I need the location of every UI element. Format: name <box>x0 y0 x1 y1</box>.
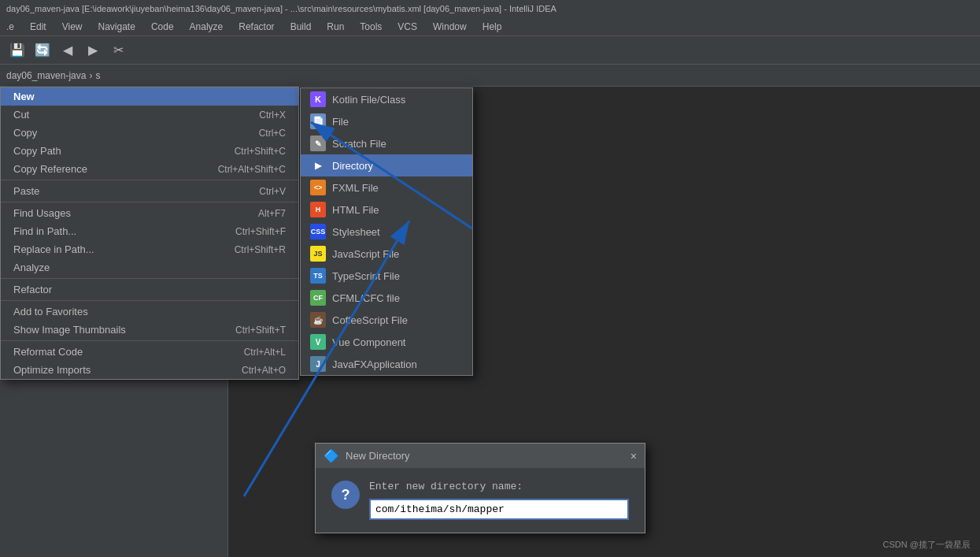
directory-name-input[interactable] <box>369 499 629 520</box>
breadcrumb-project[interactable]: day06_maven-java <box>6 70 86 81</box>
context-menu-find-path[interactable]: Find in Path... Ctrl+Shift+F <box>1 222 298 240</box>
vue-icon: V <box>310 334 326 350</box>
submenu-java[interactable]: J JavaFXApplication <box>301 353 472 375</box>
context-menu-add-favorites[interactable]: Add to Favorites <box>1 303 298 321</box>
context-menu: New Cut Ctrl+X Copy Ctrl+C Copy Path Ctr… <box>0 87 299 380</box>
cut-label: Cut <box>13 109 227 121</box>
submenu-kotlin[interactable]: K Kotlin File/Class <box>301 88 472 110</box>
coffee-icon: ☕ <box>310 312 326 328</box>
menu-item-run[interactable]: Run <box>324 20 347 34</box>
context-menu-optimize-imports[interactable]: Optimize Imports Ctrl+Alt+O <box>1 361 298 379</box>
copy-path-shortcut: Ctrl+Shift+C <box>235 146 286 157</box>
save-button[interactable]: 💾 <box>6 39 28 61</box>
context-menu-refactor[interactable]: Refactor <box>1 280 298 299</box>
submenu-scratch[interactable]: ✎ Scratch File <box>301 132 472 154</box>
copy-shortcut: Ctrl+C <box>259 128 286 139</box>
submenu-vue[interactable]: V Vue Component <box>301 331 472 353</box>
dialog-close-button[interactable]: × <box>631 450 637 462</box>
title-bar: day06_maven-java [E:\ideawork\jiuyeban\h… <box>0 0 980 17</box>
submenu-cf[interactable]: CF CFML/CFC file <box>301 287 472 309</box>
watermark-text: CSDN @揽了一袋星辰 <box>883 540 971 549</box>
ts-icon: TS <box>310 268 326 284</box>
image-thumbnails-shortcut: Ctrl+Shift+T <box>235 325 286 336</box>
menu-item-code[interactable]: Code <box>148 20 177 34</box>
ts-label: TypeScript File <box>332 270 400 282</box>
submenu-coffee[interactable]: ☕ CoffeeScript File <box>301 309 472 331</box>
dialog-prompt-label: Enter new directory name: <box>369 481 629 492</box>
copy-ref-shortcut: Ctrl+Alt+Shift+C <box>218 164 286 175</box>
submenu-html[interactable]: H HTML File <box>301 199 472 221</box>
fxml-icon: <> <box>310 180 326 195</box>
context-menu-replace-path[interactable]: Replace in Path... Ctrl+Shift+R <box>1 240 298 258</box>
cf-label: CFML/CFC file <box>332 292 400 304</box>
menu-item-navigate[interactable]: Navigate <box>95 20 139 34</box>
context-menu-analyze[interactable]: Analyze <box>1 258 298 277</box>
find-usages-shortcut: Alt+F7 <box>258 208 286 219</box>
submenu-css[interactable]: CSS Stylesheet <box>301 221 472 243</box>
separator-5 <box>1 340 298 341</box>
context-menu-copy-reference[interactable]: Copy Reference Ctrl+Alt+Shift+C <box>1 160 298 178</box>
cf-icon: CF <box>310 290 326 306</box>
dialog-icon: 🔷 <box>324 448 339 463</box>
context-menu-copy-path[interactable]: Copy Path Ctrl+Shift+C <box>1 142 298 160</box>
context-menu-find-usages[interactable]: Find Usages Alt+F7 <box>1 204 298 222</box>
image-thumbnails-label: Show Image Thumbnails <box>13 324 204 336</box>
menu-item-refactor[interactable]: Refactor <box>235 20 277 34</box>
context-menu-cut[interactable]: Cut Ctrl+X <box>1 106 298 124</box>
copy-path-label: Copy Path <box>13 145 203 157</box>
css-icon: CSS <box>310 224 326 240</box>
dialog-title-left: 🔷 New Directory <box>324 448 410 463</box>
optimize-imports-shortcut: Ctrl+Alt+O <box>242 365 286 376</box>
submenu-fxml[interactable]: <> FXML File <box>301 176 472 199</box>
file-icon: 📄 <box>310 113 326 129</box>
menu-item-file[interactable]: .e <box>3 20 17 34</box>
breadcrumb-bar: day06_maven-java › s <box>0 65 980 87</box>
back-button[interactable]: ◀ <box>57 39 79 61</box>
toolbar: 💾 🔄 ◀ ▶ ✂ <box>0 36 980 65</box>
reformat-label: Reformat Code <box>13 346 213 358</box>
analyze-label: Analyze <box>13 262 254 273</box>
find-path-label: Find in Path... <box>13 225 204 237</box>
context-menu-image-thumbnails[interactable]: Show Image Thumbnails Ctrl+Shift+T <box>1 321 298 339</box>
context-menu-paste[interactable]: Paste Ctrl+V <box>1 182 298 200</box>
cut-button[interactable]: ✂ <box>107 39 129 61</box>
watermark: CSDN @揽了一袋星辰 <box>883 539 971 551</box>
sync-button[interactable]: 🔄 <box>31 39 54 61</box>
menu-item-vcs[interactable]: VCS <box>394 20 420 34</box>
menu-item-build[interactable]: Build <box>287 20 315 34</box>
menu-item-window[interactable]: Window <box>430 20 470 34</box>
submenu-js[interactable]: JS JavaScript File <box>301 243 472 265</box>
coffee-label: CoffeeScript File <box>332 314 408 326</box>
title-text: day06_maven-java [E:\ideawork\jiuyeban\h… <box>6 4 557 13</box>
kotlin-label: Kotlin File/Class <box>332 94 405 106</box>
breadcrumb-file: s <box>95 70 100 81</box>
html-icon: H <box>310 202 326 217</box>
submenu-ts[interactable]: TS TypeScript File <box>301 265 472 287</box>
replace-path-label: Replace in Path... <box>13 243 203 255</box>
find-usages-label: Find Usages <box>13 207 227 219</box>
menu-item-analyze[interactable]: Analyze <box>187 20 227 34</box>
submenu-directory[interactable]: ▶ Directory <box>301 154 472 176</box>
separator-4 <box>1 300 298 301</box>
separator-2 <box>1 202 298 202</box>
context-menu-reformat[interactable]: Reformat Code Ctrl+Alt+L <box>1 343 298 361</box>
refactor-label: Refactor <box>13 284 254 295</box>
paste-label: Paste <box>13 185 227 197</box>
directory-label: Directory <box>332 160 373 172</box>
menu-item-help[interactable]: Help <box>479 20 505 34</box>
menu-item-view[interactable]: View <box>59 20 86 34</box>
menu-item-edit[interactable]: Edit <box>27 20 50 34</box>
reformat-shortcut: Ctrl+Alt+L <box>244 347 286 358</box>
vue-label: Vue Component <box>332 336 405 348</box>
submenu-file[interactable]: 📄 File <box>301 110 472 132</box>
dialog-title-text: New Directory <box>346 450 410 462</box>
forward-button[interactable]: ▶ <box>82 39 104 61</box>
context-menu-new-label: New <box>13 91 35 102</box>
menu-item-tools[interactable]: Tools <box>357 20 385 34</box>
file-label: File <box>332 116 349 128</box>
find-path-shortcut: Ctrl+Shift+F <box>235 226 286 237</box>
directory-icon: ▶ <box>310 158 326 173</box>
context-menu-copy[interactable]: Copy Ctrl+C <box>1 124 298 142</box>
menu-bar: .e Edit View Navigate Code Analyze Refac… <box>0 17 980 36</box>
optimize-imports-label: Optimize Imports <box>13 364 210 376</box>
